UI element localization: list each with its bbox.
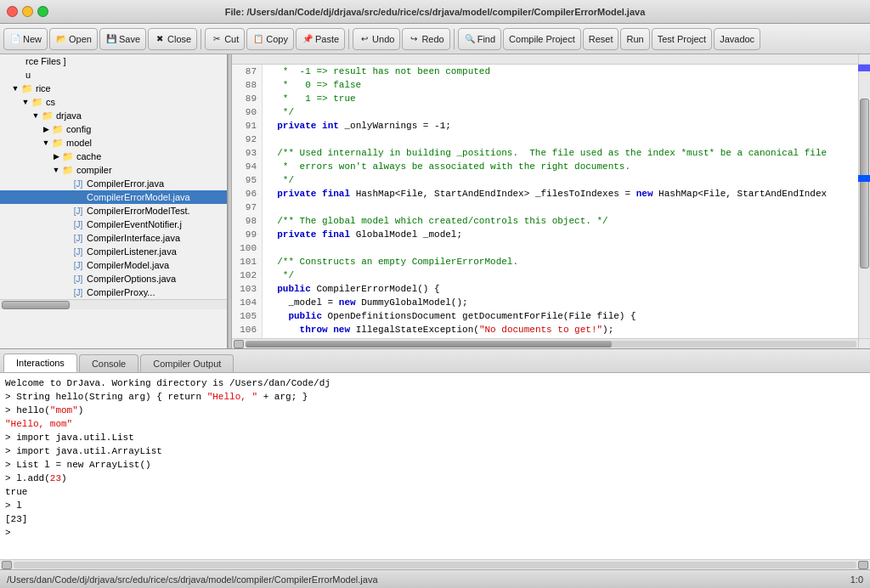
code-line[interactable]: private final HashMap<File, StartAndEndI… bbox=[266, 187, 855, 201]
code-line[interactable]: */ bbox=[266, 105, 855, 119]
line-number: 100 bbox=[237, 241, 257, 255]
tree-item-cs[interactable]: ▼📁cs bbox=[0, 95, 227, 109]
inter-scroll-track[interactable] bbox=[14, 562, 856, 568]
tree-label: rice bbox=[36, 83, 51, 93]
tree-label: CompilerEventNotifier.j bbox=[87, 219, 182, 229]
window-title: File: /Users/dan/Code/dj/drjava/src/edu/… bbox=[225, 7, 646, 17]
line-number: 106 bbox=[237, 323, 257, 336]
file-tree-h-scroll[interactable] bbox=[0, 299, 227, 309]
tree-item-compilerinterface-java[interactable]: [J]CompilerInterface.java bbox=[0, 231, 227, 245]
separator-3 bbox=[454, 29, 455, 49]
file-tree-h-thumb[interactable] bbox=[2, 301, 70, 309]
code-line[interactable]: public OpenDefinitionsDocument getDocume… bbox=[266, 309, 855, 323]
inter-scroll-left[interactable] bbox=[2, 561, 12, 569]
copy-button[interactable]: 📋 Copy bbox=[246, 28, 294, 50]
file-tree-scroll[interactable]: rce Files ]u▼📁rice▼📁cs▼📁drjava▶📁config▼📁… bbox=[0, 54, 227, 299]
new-button[interactable]: 📄 New bbox=[3, 28, 48, 50]
close-button[interactable]: ✖ Close bbox=[148, 28, 197, 50]
javadoc-button[interactable]: Javadoc bbox=[714, 28, 760, 50]
tree-item-rce-files--[interactable]: rce Files ] bbox=[0, 54, 227, 68]
tree-item-cache[interactable]: ▶📁cache bbox=[0, 150, 227, 163]
redo-label: Redo bbox=[421, 34, 443, 44]
tree-item-drjava[interactable]: ▼📁drjava bbox=[0, 109, 227, 122]
code-line[interactable]: /** Used internally in building _positio… bbox=[266, 146, 855, 160]
editor-top-scroll[interactable] bbox=[232, 54, 870, 65]
undo-icon: ↩ bbox=[359, 33, 370, 45]
tree-item-config[interactable]: ▶📁config bbox=[0, 122, 227, 136]
code-line[interactable]: public CompilerErrorModel() { bbox=[266, 282, 855, 296]
tree-item-compilererror-java[interactable]: [J]CompilerError.java bbox=[0, 177, 227, 190]
h-scroll-track[interactable] bbox=[246, 341, 856, 348]
line-number: 105 bbox=[237, 309, 257, 323]
scroll-left-btn[interactable] bbox=[234, 340, 244, 348]
code-line[interactable]: */ bbox=[266, 173, 855, 187]
tree-item-compilererrormodeltest-[interactable]: [J]CompilerErrorModelTest. bbox=[0, 204, 227, 218]
inter-scroll-right[interactable] bbox=[858, 561, 868, 569]
right-scrollbar[interactable] bbox=[858, 65, 870, 338]
tree-item-compilererrormodel-java[interactable]: [J]CompilerErrorModel.java bbox=[0, 190, 227, 204]
tree-label: model bbox=[66, 138, 92, 148]
tree-item-compilermodel-java[interactable]: [J]CompilerModel.java bbox=[0, 258, 227, 272]
interactions-tabs: Interactions Console Compiler Output bbox=[0, 349, 870, 373]
scroll-thumb[interactable] bbox=[860, 99, 869, 269]
code-line[interactable] bbox=[266, 133, 855, 146]
maximize-window-button[interactable] bbox=[37, 6, 48, 17]
code-line[interactable]: */ bbox=[266, 269, 855, 282]
folder-icon: 📁 bbox=[62, 151, 74, 162]
code-line[interactable]: private final GlobalModel _model; bbox=[266, 228, 855, 241]
code-line[interactable]: throw new IllegalStateException("No docu… bbox=[266, 323, 855, 336]
reset-label: Reset bbox=[589, 34, 613, 44]
tab-console[interactable]: Console bbox=[79, 354, 138, 372]
code-editor[interactable]: 8788899091929394959697989910010110210310… bbox=[232, 54, 870, 348]
compile-button[interactable]: Compile Project bbox=[503, 28, 581, 50]
code-line[interactable]: /** The global model which created/contr… bbox=[266, 214, 855, 228]
undo-button[interactable]: ↩ Undo bbox=[353, 28, 400, 50]
tab-interactions[interactable]: Interactions bbox=[3, 353, 77, 372]
cut-button[interactable]: ✂ Cut bbox=[205, 28, 245, 50]
code-h-scroll[interactable] bbox=[232, 338, 870, 348]
tree-item-compilerproxy---[interactable]: [J]CompilerProxy... bbox=[0, 286, 227, 299]
interactions-content[interactable]: Welcome to DrJava. Working directory is … bbox=[0, 373, 870, 559]
tree-item-compilereventnotifier-j[interactable]: [J]CompilerEventNotifier.j bbox=[0, 218, 227, 231]
code-line[interactable]: * errors won't always be associated with… bbox=[266, 160, 855, 173]
paste-button[interactable]: 📌 Paste bbox=[296, 28, 345, 50]
code-line[interactable]: * 0 => false bbox=[266, 78, 855, 92]
file-icon: [J] bbox=[74, 234, 83, 243]
window-controls[interactable] bbox=[7, 6, 48, 17]
code-line[interactable]: * 1 => true bbox=[266, 92, 855, 105]
redo-button[interactable]: ↪ Redo bbox=[402, 28, 449, 50]
tree-item-model[interactable]: ▼📁model bbox=[0, 136, 227, 150]
test-button[interactable]: Test Project bbox=[652, 28, 712, 50]
close-window-button[interactable] bbox=[7, 6, 18, 17]
code-line[interactable]: /** Constructs an empty CompilerErrorMod… bbox=[266, 255, 855, 269]
code-line[interactable] bbox=[266, 241, 855, 255]
interaction-line: Welcome to DrJava. Working directory is … bbox=[5, 376, 865, 390]
editor-tree-area: rce Files ]u▼📁rice▼📁cs▼📁drjava▶📁config▼📁… bbox=[0, 54, 870, 348]
code-line[interactable]: * -1 => result has not been computed bbox=[266, 65, 855, 78]
code-line[interactable]: _model = new DummyGlobalModel(); bbox=[266, 296, 855, 309]
h-scroll-thumb[interactable] bbox=[246, 341, 612, 348]
compile-label: Compile Project bbox=[509, 34, 575, 44]
line-number: 102 bbox=[237, 269, 257, 282]
folder-icon: 📁 bbox=[52, 124, 64, 135]
code-line[interactable] bbox=[266, 201, 855, 214]
open-button[interactable]: 📂 Open bbox=[49, 28, 98, 50]
code-line[interactable]: private int _onlyWarnings = -1; bbox=[266, 119, 855, 133]
reset-button[interactable]: Reset bbox=[583, 28, 619, 50]
tree-label: config bbox=[66, 124, 91, 134]
tree-item-u[interactable]: u bbox=[0, 68, 227, 82]
tree-item-compiler[interactable]: ▼📁compiler bbox=[0, 163, 227, 177]
save-button[interactable]: 💾 Save bbox=[99, 28, 146, 50]
interaction-line: > l.add(23) bbox=[5, 472, 865, 485]
minimize-window-button[interactable] bbox=[22, 6, 33, 17]
interactions-scrollbar[interactable] bbox=[0, 559, 870, 569]
code-content[interactable]: * -1 => result has not been computed * 0… bbox=[263, 65, 858, 338]
file-tree[interactable]: rce Files ]u▼📁rice▼📁cs▼📁drjava▶📁config▼📁… bbox=[0, 54, 228, 348]
tree-label: CompilerListener.java bbox=[87, 246, 177, 257]
tree-item-rice[interactable]: ▼📁rice bbox=[0, 82, 227, 95]
run-button[interactable]: Run bbox=[620, 28, 649, 50]
tab-compiler-output[interactable]: Compiler Output bbox=[140, 354, 234, 372]
find-button[interactable]: 🔍 Find bbox=[458, 28, 501, 50]
tree-item-compileroptions-java[interactable]: [J]CompilerOptions.java bbox=[0, 272, 227, 286]
tree-item-compilerlistener-java[interactable]: [J]CompilerListener.java bbox=[0, 245, 227, 258]
